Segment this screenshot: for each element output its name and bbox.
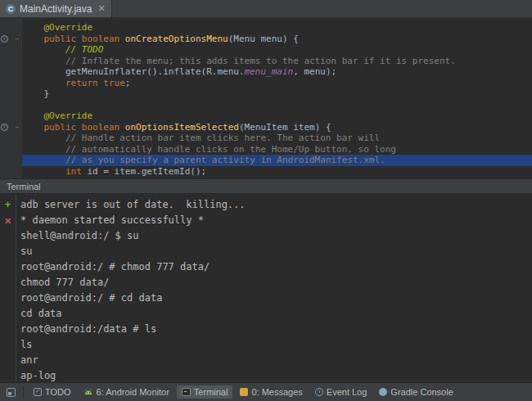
gutter-cell bbox=[0, 100, 22, 111]
toolwindow-button-terminal[interactable]: Terminal bbox=[177, 385, 233, 399]
tab-label: MainActivity.java bbox=[20, 3, 92, 15]
gutter-cell bbox=[0, 166, 22, 178]
terminal-line: ls bbox=[20, 337, 530, 353]
code-line[interactable]: // Handle action bar item clicks here. T… bbox=[0, 133, 532, 144]
toolwindow-button-label: 6: Android Monitor bbox=[97, 387, 169, 397]
messages-icon bbox=[240, 388, 248, 396]
code-text: // Inflate the menu; this adds items to … bbox=[22, 56, 532, 67]
gutter-cell bbox=[0, 144, 22, 155]
toolwindow-button-gradle-console[interactable]: Gradle Console bbox=[374, 385, 458, 399]
code-line[interactable]: @Override bbox=[0, 22, 532, 34]
code-line[interactable]: getMenuInflater().inflate(R.menu.menu_ma… bbox=[0, 66, 532, 78]
override-method-icon[interactable] bbox=[1, 35, 8, 43]
fold-marker-icon[interactable] bbox=[16, 35, 20, 43]
code-line[interactable]: // automatically handle clicks on the Ho… bbox=[0, 144, 532, 155]
gutter-cell bbox=[0, 56, 22, 67]
todo-icon bbox=[34, 388, 42, 396]
code-text: // as you specify a parent activity in A… bbox=[22, 155, 532, 166]
toolwindow-button-android-monitor[interactable]: 6: Android Monitor bbox=[79, 385, 174, 399]
terminal-line: adb server is out of date. killing... bbox=[20, 197, 530, 213]
code-line[interactable]: int id = item.getItemId(); bbox=[0, 166, 532, 178]
gutter-cell bbox=[0, 133, 22, 144]
toolwindow-switcher-icon[interactable] bbox=[3, 385, 18, 399]
gutter-cell bbox=[0, 22, 22, 34]
code-line[interactable]: // Inflate the menu; this adds items to … bbox=[0, 56, 532, 67]
code-area: @Override public boolean onCreateOptions… bbox=[0, 22, 532, 177]
terminal-line: * daemon started successfully * bbox=[20, 213, 530, 228]
gutter-cell bbox=[0, 66, 22, 78]
code-text: getMenuInflater().inflate(R.menu.menu_ma… bbox=[22, 66, 532, 78]
gutter-cell bbox=[0, 88, 22, 100]
editor-tab-bar: MainActivity.java bbox=[0, 0, 532, 18]
android-icon bbox=[83, 386, 93, 398]
close-session-icon[interactable] bbox=[2, 215, 14, 227]
toolwindow-button-label: Gradle Console bbox=[390, 387, 453, 397]
terminal-panel-title: Terminal bbox=[7, 182, 41, 191]
code-text: public boolean onOptionsItemSelected(Men… bbox=[22, 122, 532, 133]
code-line[interactable]: public boolean onCreateOptionsMenu(Menu … bbox=[0, 34, 532, 45]
gutter-cell[interactable] bbox=[0, 122, 22, 133]
tab-close-icon[interactable] bbox=[96, 3, 105, 14]
code-line[interactable]: public boolean onOptionsItemSelected(Men… bbox=[0, 122, 532, 133]
toolwindow-button-todo[interactable]: TODO bbox=[29, 385, 76, 399]
event-log-icon bbox=[315, 388, 323, 396]
code-text: // TODO bbox=[22, 44, 532, 56]
gutter-cell bbox=[0, 44, 22, 56]
terminal-icon bbox=[182, 388, 191, 396]
code-line[interactable]: } bbox=[0, 88, 532, 100]
terminal-line: root@android:/ # cd data bbox=[20, 291, 530, 306]
terminal-panel-header[interactable]: Terminal bbox=[0, 178, 532, 194]
gutter-cell bbox=[0, 155, 22, 166]
code-text: return true; bbox=[22, 78, 532, 89]
terminal-line: chmod 777 data/ bbox=[20, 275, 530, 291]
override-method-icon[interactable] bbox=[1, 124, 8, 131]
code-text: // automatically handle clicks on the Ho… bbox=[22, 144, 532, 155]
toolwindow-button-label: Event Log bbox=[327, 387, 367, 397]
code-text: int id = item.getItemId(); bbox=[22, 166, 532, 178]
toolwindow-button-event-log[interactable]: Event Log bbox=[310, 385, 372, 399]
gutter-cell[interactable] bbox=[0, 34, 22, 45]
terminal-line: anr bbox=[20, 353, 530, 368]
terminal-line: shell@android:/ $ su bbox=[20, 228, 530, 244]
terminal-line: root@android:/data # ls bbox=[20, 322, 530, 337]
terminal-panel: adb server is out of date. killing...* d… bbox=[0, 194, 532, 382]
toolwindow-button-messages[interactable]: 0: Messages bbox=[235, 385, 307, 399]
code-editor[interactable]: @Override public boolean onCreateOptions… bbox=[0, 18, 532, 178]
code-line[interactable]: @Override bbox=[0, 110, 532, 122]
ide-window: MainActivity.java @Override public boole… bbox=[0, 0, 532, 401]
terminal-line: root@android:/ # chmod 777 data/ bbox=[20, 259, 530, 275]
terminal-toolbar bbox=[0, 194, 16, 382]
code-text: public boolean onCreateOptionsMenu(Menu … bbox=[22, 34, 532, 45]
add-session-icon[interactable] bbox=[2, 198, 14, 210]
toolwindow-button-label: TODO bbox=[45, 387, 71, 397]
terminal-output[interactable]: adb server is out of date. killing...* d… bbox=[16, 194, 532, 382]
code-line[interactable]: return true; bbox=[0, 78, 532, 89]
gutter-cell bbox=[0, 110, 22, 122]
code-line[interactable] bbox=[0, 100, 532, 111]
code-text bbox=[22, 100, 532, 111]
statusbar-separator bbox=[23, 385, 24, 399]
terminal-line: ap-log bbox=[20, 368, 530, 382]
code-text: } bbox=[22, 88, 532, 100]
class-icon bbox=[6, 4, 16, 14]
terminal-line: su bbox=[20, 244, 530, 259]
gutter-cell bbox=[0, 78, 22, 89]
code-text: @Override bbox=[22, 110, 532, 122]
toolwindow-button-label: Terminal bbox=[194, 387, 228, 397]
gradle-console-icon bbox=[379, 388, 387, 396]
toolwindow-button-label: 0: Messages bbox=[251, 387, 302, 397]
terminal-line: cd data bbox=[20, 306, 530, 322]
status-bar: TODO 6: Android Monitor Terminal 0: Mess… bbox=[0, 382, 532, 401]
tab-mainactivity-java[interactable]: MainActivity.java bbox=[0, 0, 112, 17]
code-line[interactable]: // TODO bbox=[0, 44, 532, 56]
code-text: // Handle action bar item clicks here. T… bbox=[22, 133, 532, 144]
fold-marker-icon[interactable] bbox=[16, 124, 20, 131]
code-line-selected[interactable]: // as you specify a parent activity in A… bbox=[0, 155, 532, 166]
code-text: @Override bbox=[22, 22, 532, 34]
